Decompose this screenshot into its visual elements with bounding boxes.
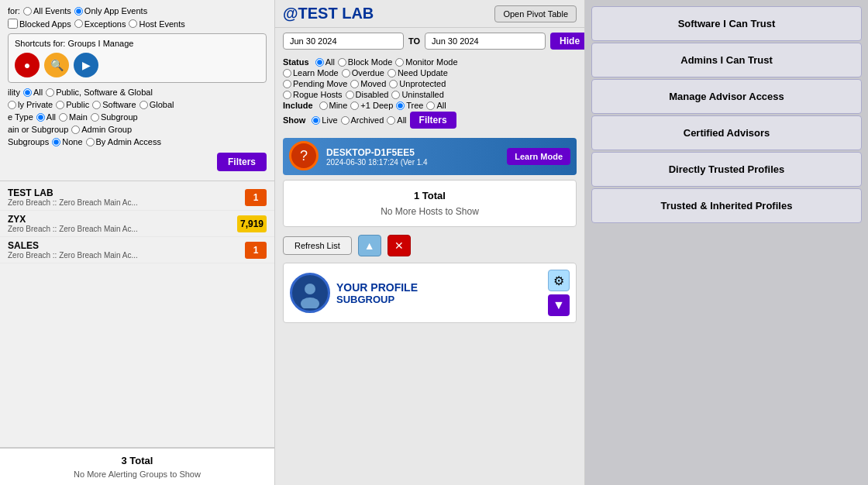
software-trust-button[interactable]: Software I Can Trust xyxy=(591,6,862,41)
all-events-radio[interactable] xyxy=(23,7,32,15)
public-radio[interactable] xyxy=(56,101,64,109)
profile-gear-button[interactable]: ⚙ xyxy=(548,270,570,291)
subgroups-by-admin[interactable]: By Admin Access xyxy=(86,137,161,146)
group-info-zyx: ZYX Zero Breach :: Zero Breach Main Ac..… xyxy=(8,214,237,233)
host-events-radio[interactable] xyxy=(129,19,137,28)
show-live[interactable]: Live xyxy=(312,115,337,125)
date-to-input[interactable] xyxy=(425,33,546,50)
group-type-subgroup[interactable]: Subgroup xyxy=(91,112,138,122)
only-app-events-option[interactable]: Only App Events xyxy=(74,6,147,15)
group-type-main-radio[interactable] xyxy=(59,113,67,122)
all-events-option[interactable]: All Events xyxy=(23,6,71,15)
group-type-all-radio[interactable] xyxy=(36,113,45,122)
show-archived-radio[interactable] xyxy=(341,116,350,125)
status-rogue-hosts-radio[interactable] xyxy=(283,91,291,99)
show-archived[interactable]: Archived xyxy=(341,115,384,125)
profile-down-button[interactable]: ▼ xyxy=(548,294,570,316)
status-uninstalled[interactable]: Uninstalled xyxy=(391,90,443,99)
visibility-public[interactable]: Public, Software & Global xyxy=(46,88,153,97)
visibility-public-radio[interactable] xyxy=(46,88,54,97)
status-uninstalled-radio[interactable] xyxy=(391,91,400,99)
yellow-shortcut-icon[interactable]: 🔍 xyxy=(44,53,69,77)
blocked-apps-checkbox[interactable] xyxy=(8,19,18,29)
status-all-radio[interactable] xyxy=(315,58,324,67)
host-name: DESKTOP-D1F5EE5 xyxy=(326,147,501,158)
host-row[interactable]: ? DESKTOP-D1F5EE5 2024-06-30 18:17:24 (V… xyxy=(283,138,577,175)
include-1deep[interactable]: +1 Deep xyxy=(350,101,393,110)
status-pending-move-radio[interactable] xyxy=(283,80,291,88)
status-disabled[interactable]: Disabled xyxy=(346,90,389,99)
include-all[interactable]: All xyxy=(426,101,446,110)
blocked-apps-option[interactable]: Blocked Apps xyxy=(8,19,71,29)
date-from-input[interactable] xyxy=(283,33,404,50)
admin-group-option[interactable]: Admin Group xyxy=(71,125,132,134)
mid-filters-button[interactable]: Filters xyxy=(410,112,456,129)
visibility-all-radio[interactable] xyxy=(23,88,32,97)
ly-private-radio[interactable] xyxy=(8,101,16,109)
status-overdue[interactable]: Overdue xyxy=(342,68,384,77)
include-mine[interactable]: Mine xyxy=(319,101,348,110)
certified-advisors-button[interactable]: Certified Advisors xyxy=(591,115,862,150)
status-block-mode-radio[interactable] xyxy=(338,58,346,67)
manage-advisor-button[interactable]: Manage Advisor Access xyxy=(591,79,862,114)
status-overdue-radio[interactable] xyxy=(342,69,350,77)
status-unprotected[interactable]: Unprotected xyxy=(389,79,446,88)
status-disabled-radio[interactable] xyxy=(346,91,354,99)
global-radio[interactable] xyxy=(140,101,148,109)
status-learn-mode-radio[interactable] xyxy=(283,69,291,77)
status-rogue-hosts[interactable]: Rogue Hosts xyxy=(283,90,343,99)
trusted-inherited-button[interactable]: Trusted & Inherited Profiles xyxy=(591,188,862,223)
status-block-mode[interactable]: Block Mode xyxy=(338,57,392,67)
red-shortcut-icon[interactable]: ● xyxy=(15,53,40,77)
show-all[interactable]: All xyxy=(387,115,406,125)
include-1deep-radio[interactable] xyxy=(350,101,359,110)
software-option[interactable]: Software xyxy=(92,100,136,109)
ly-private-option[interactable]: ly Private xyxy=(8,100,53,109)
software-radio[interactable] xyxy=(92,101,101,109)
group-type-all[interactable]: All xyxy=(36,112,56,122)
exceptions-radio[interactable] xyxy=(74,19,83,28)
scroll-up-button[interactable]: ▲ xyxy=(358,235,381,256)
subgroups-none[interactable]: None xyxy=(52,137,82,146)
show-live-radio[interactable] xyxy=(312,116,320,125)
global-option[interactable]: Global xyxy=(140,100,174,109)
status-need-update[interactable]: Need Update xyxy=(388,68,448,77)
public-option[interactable]: Public xyxy=(56,100,89,109)
status-unprotected-radio[interactable] xyxy=(389,80,398,88)
status-all[interactable]: All xyxy=(315,57,335,67)
left-filters-button[interactable]: Filters xyxy=(217,153,267,171)
exceptions-option[interactable]: Exceptions xyxy=(74,19,126,29)
hide-button[interactable]: Hide xyxy=(550,33,585,50)
learn-mode-button[interactable]: Learn Mode xyxy=(507,148,570,165)
status-learn-mode[interactable]: Learn Mode xyxy=(283,68,339,77)
subgroups-by-admin-radio[interactable] xyxy=(86,138,95,146)
group-type-subgroup-radio[interactable] xyxy=(91,113,99,122)
group-item-sales[interactable]: SALES Zero Breach :: Zero Breach Main Ac… xyxy=(0,237,274,263)
admins-trust-button[interactable]: Admins I Can Trust xyxy=(591,43,862,77)
group-type-main[interactable]: Main xyxy=(59,112,88,122)
group-item-testlab[interactable]: TEST LAB Zero Breach :: Zero Breach Main… xyxy=(0,184,274,211)
visibility-all[interactable]: All xyxy=(23,88,43,97)
status-pending-move[interactable]: Pending Move xyxy=(283,79,347,88)
pivot-table-button[interactable]: Open Pivot Table xyxy=(494,5,577,22)
status-moved-radio[interactable] xyxy=(350,80,359,88)
host-events-option[interactable]: Host Events xyxy=(129,19,184,29)
only-app-events-radio[interactable] xyxy=(74,7,83,15)
status-need-update-radio[interactable] xyxy=(388,69,396,77)
directly-trusted-button[interactable]: Directly Trusted Profiles xyxy=(591,152,862,187)
blue-shortcut-icon[interactable]: ▶ xyxy=(74,53,98,77)
include-tree-radio[interactable] xyxy=(396,101,405,110)
show-all-radio[interactable] xyxy=(387,116,395,125)
refresh-list-button[interactable]: Refresh List xyxy=(283,236,352,255)
include-tree[interactable]: Tree xyxy=(396,101,423,110)
status-moved[interactable]: Moved xyxy=(350,79,386,88)
subgroups-none-radio[interactable] xyxy=(52,138,60,146)
close-button[interactable]: ✕ xyxy=(388,235,411,256)
status-monitor-mode-radio[interactable] xyxy=(395,58,404,67)
hosts-total: 1 Total xyxy=(293,190,567,201)
status-monitor-mode[interactable]: Monitor Mode xyxy=(395,57,457,67)
group-item-zyx[interactable]: ZYX Zero Breach :: Zero Breach Main Ac..… xyxy=(0,211,274,237)
include-mine-radio[interactable] xyxy=(319,101,328,110)
include-all-radio[interactable] xyxy=(426,101,435,110)
admin-group-radio[interactable] xyxy=(71,126,80,134)
